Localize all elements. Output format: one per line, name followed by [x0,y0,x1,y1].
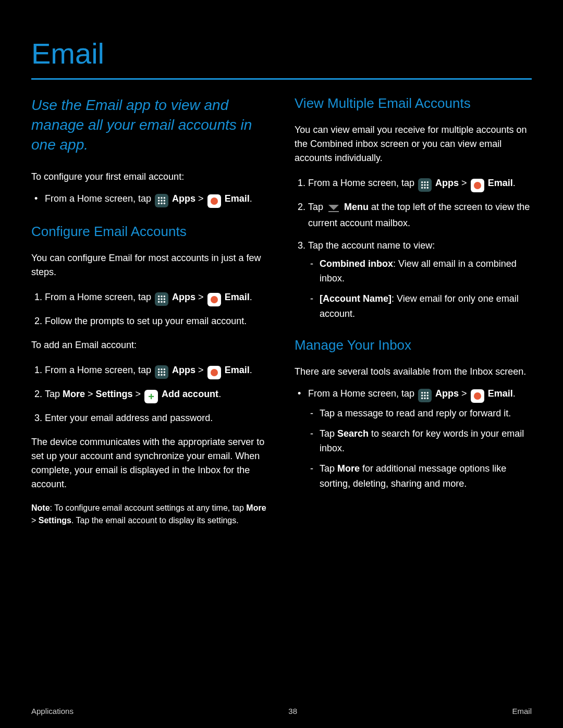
step-enter-email: Enter your email address and password. [45,411,268,426]
email-label: Email [488,178,513,188]
menu-icon [327,202,340,216]
text: From a Home screen, tap [45,292,154,302]
step-from-home-3: From a Home screen, tap Apps > Email. [45,363,268,379]
apps-icon [418,389,432,402]
text: > [31,516,39,525]
svg-point-14 [164,299,165,300]
svg-point-2 [164,197,165,199]
svg-point-20 [164,368,165,370]
svg-point-13 [161,299,162,300]
text: From a Home screen, tap [45,365,154,375]
email-icon [207,194,221,208]
text: More [337,463,360,474]
account-options: Combined inbox: View all email in a comb… [308,256,532,322]
svg-point-44 [421,397,423,399]
svg-point-7 [161,203,162,204]
text: From a Home screen, tap [308,388,417,399]
svg-point-17 [164,301,165,303]
text: . Tap the email account to display its s… [71,516,239,525]
email-label: Email [225,193,250,204]
text: > [198,365,206,375]
svg-point-30 [421,184,423,186]
svg-point-21 [158,371,160,373]
svg-point-27 [421,181,423,183]
email-icon [471,389,484,403]
text: at the top left of the screen to view th… [308,202,530,228]
step-from-home-5: From a Home screen, tap Apps > Email. Ta… [308,386,532,491]
svg-point-19 [161,368,162,370]
svg-point-34 [424,187,425,189]
email-icon [471,179,484,192]
manage-list: From a Home screen, tap Apps > Email. Ta… [295,386,532,491]
svg-point-12 [158,299,160,300]
svg-point-24 [158,374,160,376]
email-icon [207,366,221,379]
svg-rect-37 [328,211,339,212]
text: . [218,389,221,399]
step-tap-menu: Tap Menu at the top left of the screen t… [308,200,532,231]
svg-point-22 [161,371,162,373]
apps-icon [155,194,168,207]
text: From a Home screen, tap [45,193,154,204]
apps-label: Apps [435,388,459,399]
right-column: View Multiple Email Accounts You can vie… [295,95,532,527]
apps-label: Apps [172,292,195,302]
svg-point-39 [424,392,425,393]
step-tap-account: Tap the account name to view: Combined i… [308,238,532,322]
svg-point-6 [158,203,160,204]
step-follow-prompts: Follow the prompts to set up your email … [45,314,268,329]
footer: Applications 38 Email [31,707,532,715]
text: Tap [308,202,326,212]
svg-point-40 [427,392,429,393]
text: Settings [39,516,71,525]
add-account-label: Add account [162,389,218,399]
svg-point-46 [427,397,429,399]
svg-point-0 [158,197,160,199]
heading-configure: Configure Email Accounts [31,224,268,240]
opt-account-name: [Account Name]: View email for only one … [320,291,532,322]
note: Note: To configure email account setting… [31,502,268,527]
svg-point-26 [164,374,165,376]
text: . [250,365,252,375]
svg-point-43 [427,394,429,396]
svg-point-31 [424,184,425,186]
manage-more: Tap More for additional message options … [320,461,532,491]
heading-manage: Manage Your Inbox [295,337,532,353]
svg-point-32 [427,184,429,186]
step-from-home-4: From a Home screen, tap Apps > Email. [308,176,532,192]
divider [31,78,532,80]
configure-steps-1: From a Home screen, tap Apps > Email. Fo… [31,290,268,329]
svg-point-5 [164,200,165,202]
bullet-from-home-1: From a Home screen, tap Apps > Email. [45,191,268,208]
text: > [198,292,206,302]
intro-text: Use the Email app to view and manage all… [31,95,268,154]
svg-point-18 [158,368,160,370]
svg-point-9 [158,295,160,297]
svg-point-28 [424,181,425,183]
text: . [513,388,516,399]
menu-label: Menu [344,202,369,212]
text: [Account Name] [320,293,391,304]
manage-desc: There are several tools available from t… [295,365,532,379]
text: Tap More > Settings > [45,389,143,399]
email-label: Email [225,365,250,375]
configure-steps-2: From a Home screen, tap Apps > Email. Ta… [31,363,268,426]
text: Combined inbox [320,258,393,269]
apps-label: Apps [435,178,459,188]
text: From a Home screen, tap [308,178,417,188]
step-from-home-2: From a Home screen, tap Apps > Email. [45,290,268,306]
svg-point-35 [427,187,429,189]
svg-point-38 [421,392,423,393]
svg-point-15 [158,301,160,303]
note-label: Note [31,503,50,512]
email-label: Email [225,292,250,302]
svg-point-16 [161,301,162,303]
text: > [198,193,206,204]
footer-right: Email [512,707,532,715]
text: . [250,193,252,204]
text: . [250,292,252,302]
svg-point-10 [161,295,162,297]
svg-point-45 [424,397,425,399]
apps-icon [155,292,168,306]
text: More [246,503,266,512]
